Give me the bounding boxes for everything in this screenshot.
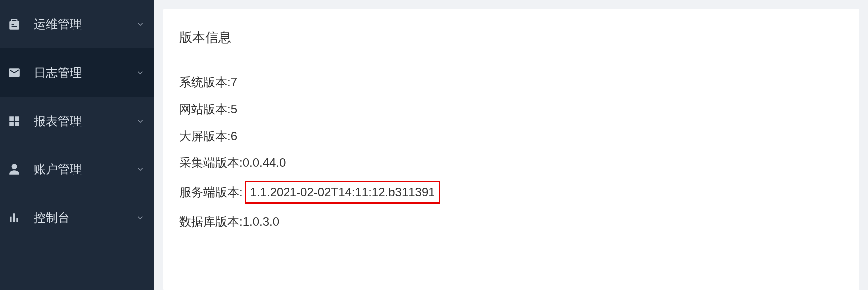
version-row-system: 系统版本: 7 — [179, 73, 843, 91]
sidebar-item-console[interactable]: 控制台 — [0, 193, 154, 242]
chevron-down-icon — [136, 68, 145, 77]
version-label: 系统版本: — [179, 73, 231, 91]
sidebar: 运维管理 日志管理 报表管理 账户管理 — [0, 0, 154, 290]
version-info-card: 版本信息 系统版本: 7 网站版本: 5 大屏版本: 6 采集端版本: 0.0.… — [163, 9, 859, 290]
sidebar-item-label: 日志管理 — [34, 65, 136, 81]
version-label: 大屏版本: — [179, 127, 231, 145]
version-value: 6 — [231, 127, 237, 145]
version-value-highlighted: 1.1.2021-02-02T14:11:12.b311391 — [245, 181, 440, 204]
sidebar-item-label: 控制台 — [34, 210, 136, 226]
version-row-database: 数据库版本: 1.0.3.0 — [179, 213, 843, 231]
version-value: 5 — [231, 100, 237, 118]
sidebar-item-ops[interactable]: 运维管理 — [0, 0, 154, 48]
clipboard-icon — [8, 18, 21, 31]
version-value: 1.0.3.0 — [243, 213, 279, 231]
version-row-server: 服务端版本: 1.1.2021-02-02T14:11:12.b311391 — [179, 181, 843, 204]
chevron-down-icon — [136, 20, 145, 29]
version-value: 7 — [231, 73, 237, 91]
sidebar-item-account[interactable]: 账户管理 — [0, 145, 154, 193]
user-icon — [8, 163, 21, 176]
grid-icon — [8, 115, 21, 128]
version-value: 0.0.44.0 — [243, 154, 286, 172]
version-label: 服务端版本: — [179, 183, 243, 201]
sidebar-item-logs[interactable]: 日志管理 — [0, 48, 154, 97]
version-row-bigscreen: 大屏版本: 6 — [179, 127, 843, 145]
version-row-website: 网站版本: 5 — [179, 100, 843, 118]
chevron-down-icon — [136, 165, 145, 174]
card-title: 版本信息 — [179, 29, 843, 46]
mail-icon — [8, 66, 21, 79]
version-label: 数据库版本: — [179, 213, 243, 231]
sidebar-item-reports[interactable]: 报表管理 — [0, 97, 154, 145]
main-content: 版本信息 系统版本: 7 网站版本: 5 大屏版本: 6 采集端版本: 0.0.… — [154, 0, 868, 290]
version-row-collector: 采集端版本: 0.0.44.0 — [179, 154, 843, 172]
version-label: 网站版本: — [179, 100, 231, 118]
bar-chart-icon — [8, 211, 21, 224]
chevron-down-icon — [136, 117, 145, 126]
sidebar-item-label: 运维管理 — [34, 16, 136, 32]
sidebar-item-label: 报表管理 — [34, 113, 136, 129]
sidebar-item-label: 账户管理 — [34, 161, 136, 177]
chevron-down-icon — [136, 213, 145, 222]
version-label: 采集端版本: — [179, 154, 243, 172]
